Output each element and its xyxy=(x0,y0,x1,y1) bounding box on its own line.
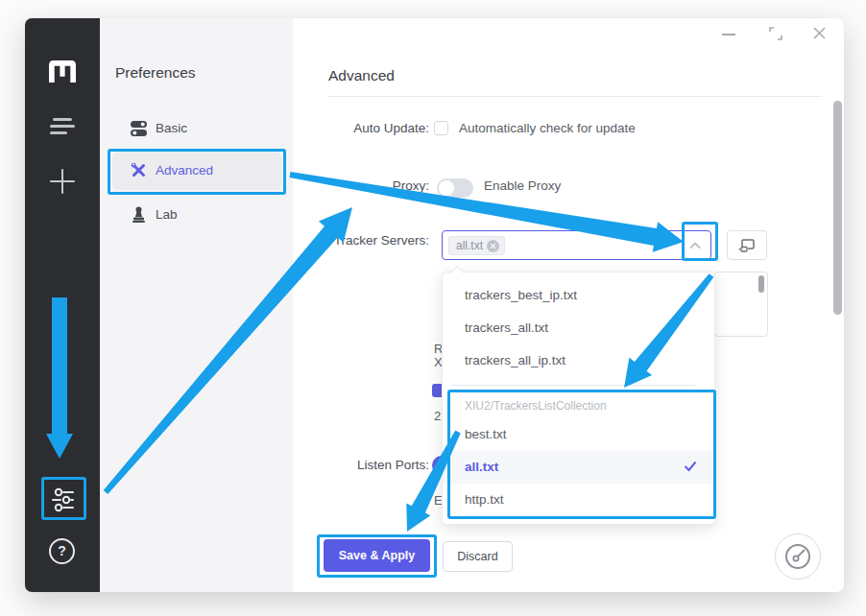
chevron-up-icon[interactable] xyxy=(689,242,701,249)
sidebar-item-label: Lab xyxy=(156,207,178,222)
tracker-servers-textarea[interactable] xyxy=(714,272,768,337)
tracker-dropdown: trackers_best_ip.txt trackers_all.txt tr… xyxy=(442,272,715,525)
sidebar-item-label: Advanced xyxy=(156,163,213,178)
maximize-button[interactable] xyxy=(769,27,782,40)
basic-toggles-icon xyxy=(131,120,147,136)
preferences-sliders-icon[interactable] xyxy=(50,486,77,514)
tracker-servers-select[interactable]: all.txt xyxy=(442,230,711,260)
task-list-icon[interactable] xyxy=(50,118,75,134)
help-icon[interactable]: ? xyxy=(49,538,75,564)
sidebar-item-label: Basic xyxy=(156,121,187,135)
dropdown-option-label: all.txt xyxy=(465,460,498,474)
app-window: ? Preferences Basic Adv xyxy=(25,18,844,592)
selected-tag: all.txt xyxy=(448,236,505,255)
dropdown-option[interactable]: http.txt xyxy=(443,484,714,516)
window-scrollbar[interactable] xyxy=(833,101,842,315)
textarea-scrollbar[interactable] xyxy=(758,275,764,293)
page-title: Advanced xyxy=(328,67,395,84)
selected-tag-label: all.txt xyxy=(456,239,483,252)
title-divider xyxy=(328,96,822,97)
discard-button[interactable]: Discard xyxy=(443,541,513,572)
sync-icon xyxy=(738,237,756,253)
dropdown-notch xyxy=(450,266,464,279)
auto-update-checkbox-label[interactable]: Automatically check for update xyxy=(459,121,636,136)
preferences-title: Preferences xyxy=(115,64,196,82)
dropdown-divider xyxy=(450,385,695,386)
dropdown-option[interactable]: trackers_best_ip.txt xyxy=(443,279,714,312)
minimize-button[interactable] xyxy=(722,34,735,36)
proxy-toggle[interactable] xyxy=(437,178,473,198)
check-icon xyxy=(684,461,697,472)
sidebar-item-advanced[interactable]: Advanced xyxy=(131,162,213,178)
dropdown-option[interactable]: trackers_all.txt xyxy=(443,312,714,344)
lab-stamp-icon xyxy=(131,206,147,223)
add-task-icon[interactable] xyxy=(50,169,75,194)
tracker-servers-label: Tracker Servers: xyxy=(231,233,429,249)
speedometer-icon xyxy=(783,542,812,571)
tag-remove-icon[interactable] xyxy=(487,240,499,252)
dropdown-group-label: XIU2/TrackersListCollection xyxy=(443,393,714,418)
sidebar-item-basic[interactable]: Basic xyxy=(131,120,187,136)
advanced-tools-icon xyxy=(131,162,147,178)
dropdown-option-selected[interactable]: all.txt xyxy=(443,451,714,484)
listen-ports-label: Listen Ports: xyxy=(324,458,429,473)
obscured-text-fragment: 2 xyxy=(434,409,441,423)
motrix-logo-icon xyxy=(49,60,76,83)
sidebar-item-lab[interactable]: Lab xyxy=(131,206,178,223)
dropdown-option[interactable]: trackers_all_ip.txt xyxy=(443,344,714,377)
save-apply-button[interactable]: Save & Apply xyxy=(324,539,430,572)
sidebar: ? xyxy=(25,18,100,592)
speed-indicator-button[interactable] xyxy=(775,533,821,580)
proxy-toggle-label: Enable Proxy xyxy=(484,178,561,194)
screenshot-canvas: ? Preferences Basic Adv xyxy=(0,0,866,616)
close-button[interactable] xyxy=(812,26,827,40)
auto-update-checkbox[interactable] xyxy=(434,121,448,135)
dropdown-option[interactable]: best.txt xyxy=(443,418,714,451)
auto-update-label: Auto Update: xyxy=(231,121,429,136)
preferences-panel xyxy=(100,18,293,592)
proxy-label: Proxy: xyxy=(231,178,429,194)
sync-trackers-button[interactable] xyxy=(727,230,767,260)
